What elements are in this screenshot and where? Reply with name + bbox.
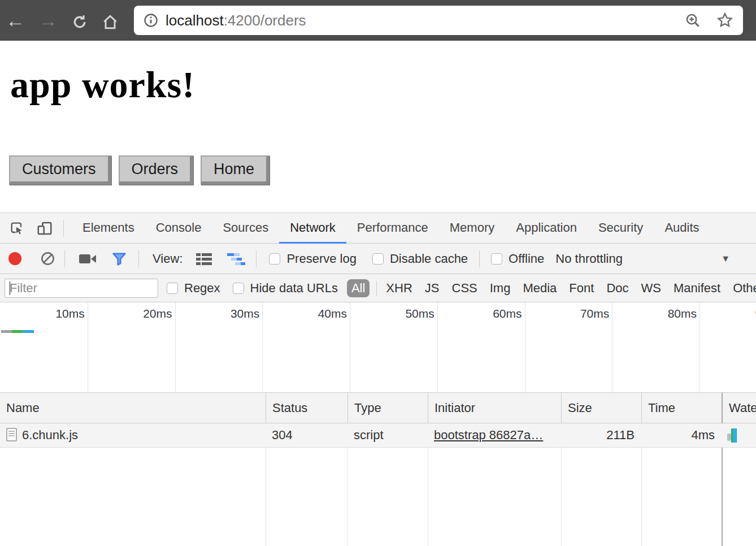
devtools-panel: ElementsConsoleSourcesNetworkPerformance… [0, 213, 756, 546]
page-info-icon[interactable] [143, 12, 159, 28]
capture-screenshots-button[interactable] [79, 252, 97, 266]
overview-activity-bar [23, 330, 34, 333]
filter-toggle-button[interactable] [111, 251, 127, 267]
column-header-status[interactable]: Status [266, 393, 347, 423]
clear-icon [40, 251, 55, 266]
tab-console[interactable]: Console [145, 213, 212, 244]
page-title: app works! [10, 63, 195, 106]
tab-security[interactable]: Security [588, 213, 654, 244]
reload-button[interactable] [68, 0, 92, 41]
back-button[interactable]: ← [3, 0, 27, 41]
toolbar-separator-4 [479, 250, 480, 267]
toolbar-separator-2 [138, 250, 139, 267]
page-content: app works! CustomersOrdersHome [0, 41, 756, 213]
camera-icon [79, 252, 97, 266]
tab-performance[interactable]: Performance [346, 213, 439, 244]
forward-button[interactable]: → [36, 0, 60, 41]
tab-sources[interactable]: Sources [212, 213, 279, 244]
tab-network[interactable]: Network [279, 213, 346, 244]
nav-button-row: CustomersOrdersHome [9, 155, 270, 185]
column-header-name[interactable]: Name [0, 393, 266, 423]
reload-icon [71, 14, 88, 31]
hide-data-urls-checkbox[interactable] [233, 283, 244, 294]
customers-button[interactable]: Customers [9, 155, 111, 185]
show-overview-button[interactable] [227, 252, 246, 266]
waterfall-waiting-segment [727, 434, 731, 441]
tab-application[interactable]: Application [505, 213, 588, 244]
url-text[interactable]: localhost:4200/orders [166, 12, 306, 29]
type-filter-all[interactable]: All [347, 279, 370, 297]
throttling-dropdown-arrow-icon[interactable]: ▼ [721, 254, 730, 264]
tabbar-separator [63, 220, 64, 237]
offline-checkbox[interactable] [491, 253, 502, 265]
record-button[interactable] [8, 252, 21, 265]
throttling-select[interactable]: No throttling [555, 252, 623, 266]
type-filter-other[interactable]: Other [733, 281, 756, 296]
cell-initiator: bootstrap 86827a… [428, 423, 561, 447]
cell-time: 4ms [641, 423, 722, 447]
regex-checkbox[interactable] [167, 283, 178, 294]
type-filter-media[interactable]: Media [523, 281, 557, 296]
requests-table-body: 6.chunk.js304scriptbootstrap 86827a…211B… [0, 423, 756, 546]
type-filter-css[interactable]: CSS [452, 281, 477, 296]
type-filter-doc[interactable]: Doc [606, 281, 628, 296]
tab-elements[interactable]: Elements [72, 213, 145, 244]
timeline-tick-label: 80ms [606, 307, 697, 320]
column-header-initiator[interactable]: Initiator [428, 393, 561, 423]
request-name: 6.chunk.js [22, 428, 78, 442]
cell-status: 304 [266, 423, 347, 447]
toolbar-separator-1 [64, 250, 65, 267]
column-header-type[interactable]: Type [347, 393, 428, 423]
view-list-button[interactable] [195, 252, 213, 266]
filter-input[interactable] [5, 279, 158, 298]
offline-label: Offline [509, 252, 544, 266]
network-toolbar: View: Preserve log Disable cache Offline… [0, 244, 756, 274]
regex-label: Regex [184, 281, 220, 296]
zoom-in-icon [684, 12, 701, 29]
initiator-link[interactable]: bootstrap 86827a… [434, 428, 543, 442]
timeline-tick-label: 70ms [519, 307, 609, 320]
timeline-tick-label: 90ms [694, 307, 756, 320]
inspect-element-button[interactable] [9, 220, 25, 236]
address-bar[interactable]: localhost:4200/orders [134, 6, 743, 35]
zoom-page-button[interactable] [684, 12, 701, 29]
device-toolbar-icon [36, 220, 53, 237]
device-toolbar-button[interactable] [36, 220, 53, 237]
column-header-time[interactable]: Time [641, 393, 722, 423]
devtools-tabbar: ElementsConsoleSourcesNetworkPerformance… [0, 213, 756, 244]
type-filter-img[interactable]: Img [490, 281, 511, 296]
column-header-size[interactable]: Size [561, 393, 641, 423]
orders-button[interactable]: Orders [119, 155, 194, 185]
column-header-waterfall[interactable]: Waterfall [722, 393, 756, 423]
type-filter-font[interactable]: Font [569, 281, 594, 296]
home-button[interactable]: Home [201, 155, 270, 185]
script-file-icon [6, 428, 17, 441]
bookmark-button[interactable] [716, 11, 734, 29]
type-filter-manifest[interactable]: Manifest [674, 281, 720, 296]
overview-waterfall-icon [227, 252, 246, 266]
funnel-icon [111, 251, 127, 267]
clear-button[interactable] [40, 251, 55, 266]
type-filter-list: XHRJSCSSImgMediaFontDocWSManifestOther [386, 281, 756, 296]
hide-data-urls-label: Hide data URLs [250, 281, 338, 296]
home-button[interactable] [98, 0, 122, 41]
timeline-tick-label: 60ms [432, 307, 522, 320]
preserve-log-checkbox[interactable] [269, 253, 280, 265]
overview-activity-bar [12, 330, 23, 333]
waterfall-download-segment [731, 428, 737, 443]
waterfall-bar [727, 428, 737, 443]
disable-cache-label: Disable cache [390, 252, 468, 266]
disable-cache-checkbox[interactable] [372, 253, 384, 265]
filterbar-separator [376, 281, 377, 296]
tab-audits[interactable]: Audits [654, 213, 710, 244]
timeline-tick-label: 20ms [82, 307, 172, 320]
request-row[interactable]: 6.chunk.js304scriptbootstrap 86827a…211B… [0, 423, 756, 448]
timeline-tick-label: 50ms [344, 307, 435, 320]
type-filter-ws[interactable]: WS [641, 281, 661, 296]
type-filter-xhr[interactable]: XHR [386, 281, 412, 296]
type-filter-js[interactable]: JS [425, 281, 440, 296]
cell-name: 6.chunk.js [0, 423, 266, 447]
timeline-tick-label: 30ms [169, 307, 259, 320]
tab-memory[interactable]: Memory [439, 213, 505, 244]
list-view-icon [195, 252, 213, 266]
